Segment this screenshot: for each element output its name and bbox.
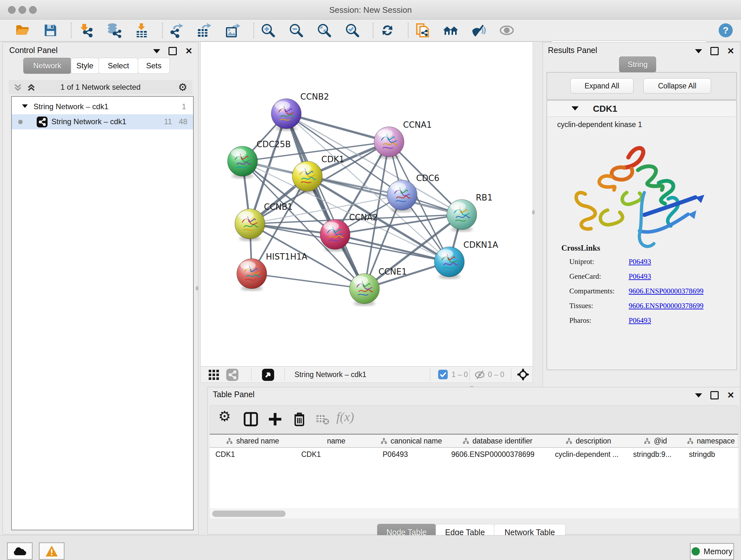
warnings-button[interactable] bbox=[39, 543, 64, 560]
column-header-canonical-name[interactable]: canonical name bbox=[377, 435, 446, 448]
float-panel-icon[interactable] bbox=[169, 47, 177, 55]
expand-all-button[interactable]: Expand All bbox=[570, 78, 633, 94]
tab-style[interactable]: Style bbox=[71, 58, 99, 74]
crosslink-row: Compartments:9606.ENSP00000378699 bbox=[569, 287, 732, 302]
open-session-button[interactable] bbox=[13, 22, 31, 39]
network-row-selected[interactable]: String Network – cdk1 11 48 bbox=[12, 114, 193, 129]
tab-network[interactable]: Network bbox=[23, 58, 71, 74]
tab-select[interactable]: Select bbox=[98, 58, 138, 74]
table-cell[interactable]: cyclin-dependent ... bbox=[549, 447, 627, 461]
scrollbar-thumb[interactable] bbox=[212, 510, 286, 517]
help-button[interactable]: ? bbox=[717, 22, 735, 39]
toolbar-separator bbox=[284, 368, 285, 381]
memory-button[interactable]: Memory bbox=[690, 543, 734, 560]
node-table[interactable]: shared nameCDK1nameCDK1canonical nameP06… bbox=[210, 434, 738, 514]
zoom-fit-icon bbox=[316, 23, 333, 38]
node-label-CDC6: CDC6 bbox=[416, 173, 440, 183]
table-horizontal-scrollbar[interactable] bbox=[210, 509, 738, 518]
gene-section-header[interactable]: CDK1 bbox=[548, 101, 735, 117]
delete-column-trash-icon[interactable] bbox=[291, 411, 308, 428]
panel-menu-icon[interactable] bbox=[695, 49, 702, 53]
import-network-file-button[interactable] bbox=[78, 22, 96, 39]
node-CDKN1A[interactable]: CDKN1A bbox=[434, 240, 498, 279]
hidden-eye-icon[interactable] bbox=[475, 369, 486, 380]
node-CCNA1[interactable]: CCNA1 bbox=[374, 120, 432, 159]
section-collapse-icon[interactable] bbox=[571, 106, 579, 111]
column-header-name[interactable]: name bbox=[295, 435, 377, 448]
network-canvas[interactable]: CCNB2CCNA1CDC25BCDK1CDC6RB1CCNB1CCNA2CDK… bbox=[200, 42, 533, 367]
column-header-@id[interactable]: @id bbox=[627, 435, 684, 448]
control-panel: Control Panel ✕ Network Style Select Set… bbox=[3, 42, 199, 535]
panel-menu-icon[interactable] bbox=[153, 49, 160, 53]
column-header-database-identifier[interactable]: database identifier bbox=[446, 435, 549, 448]
grid-view-icon[interactable] bbox=[208, 369, 219, 380]
network-collection-row[interactable]: String Network – cdk1 1 bbox=[12, 99, 193, 114]
share-view-icon[interactable] bbox=[226, 369, 239, 381]
crosslink-link[interactable]: 9606.ENSP00000378699 bbox=[629, 302, 704, 310]
close-panel-icon[interactable]: ✕ bbox=[727, 48, 734, 54]
crosslink-link[interactable]: P06493 bbox=[629, 272, 651, 281]
edge-HIST1H1A-CCNE1[interactable] bbox=[252, 273, 364, 289]
close-panel-icon[interactable]: ✕ bbox=[727, 392, 734, 398]
refresh-button[interactable] bbox=[379, 22, 396, 39]
collapse-all-button[interactable]: Collapse All bbox=[643, 78, 711, 94]
gear-icon[interactable]: ⚙ bbox=[178, 81, 187, 93]
crosslink-link[interactable]: 9606.ENSP00000378699 bbox=[629, 287, 704, 295]
column-header-namespace[interactable]: namespace bbox=[683, 435, 738, 448]
column-label: shared name bbox=[236, 437, 279, 445]
left-splitter-handle[interactable] bbox=[196, 286, 199, 291]
node-HIST1H1A[interactable]: HIST1H1A bbox=[237, 252, 307, 291]
close-panel-icon[interactable]: ✕ bbox=[185, 48, 192, 54]
table-settings-gear-icon[interactable]: ⚙ bbox=[218, 408, 235, 425]
add-column-icon[interactable] bbox=[267, 411, 283, 428]
node-CCNB2[interactable]: CCNB2 bbox=[271, 92, 329, 131]
float-panel-icon[interactable] bbox=[711, 47, 719, 55]
table-cell[interactable]: P06493 bbox=[377, 447, 446, 461]
tab-string[interactable]: String bbox=[619, 57, 656, 72]
node-gloss bbox=[239, 211, 254, 220]
tab-sets[interactable]: Sets bbox=[138, 58, 170, 74]
zoom-selected-button[interactable] bbox=[343, 22, 361, 39]
import-network-database-button[interactable] bbox=[105, 22, 123, 39]
node-RB1[interactable]: RB1 bbox=[447, 193, 492, 232]
node-CDK1[interactable]: CDK1 bbox=[292, 154, 344, 193]
table-cell[interactable]: stringdb:9... bbox=[627, 447, 683, 461]
string-home-button[interactable] bbox=[442, 22, 460, 39]
export-network-button[interactable] bbox=[168, 22, 186, 39]
memory-label: Memory bbox=[704, 547, 732, 556]
crosslink-link[interactable]: P06493 bbox=[629, 316, 651, 325]
toolbar-separator bbox=[469, 368, 470, 381]
hide-unhide-button[interactable] bbox=[470, 22, 488, 39]
save-session-button[interactable] bbox=[42, 22, 59, 39]
column-header-shared-name[interactable]: shared name bbox=[210, 435, 296, 448]
import-table-file-button[interactable] bbox=[133, 22, 151, 39]
zoom-out-button[interactable] bbox=[287, 22, 305, 39]
main-toolbar: ? bbox=[0, 19, 741, 42]
clone-network-button[interactable] bbox=[414, 22, 431, 39]
show-eye-button[interactable] bbox=[498, 22, 516, 39]
float-panel-icon[interactable] bbox=[711, 391, 719, 399]
birds-eye-view-icon[interactable] bbox=[262, 369, 274, 381]
selected-checkbox[interactable] bbox=[438, 370, 448, 379]
zoom-fit-button[interactable] bbox=[315, 22, 333, 39]
cloud-status-button[interactable] bbox=[7, 543, 32, 560]
column-header-description[interactable]: description bbox=[549, 435, 628, 448]
zoom-in-button[interactable] bbox=[259, 22, 277, 39]
crosslink-label: Pharos: bbox=[569, 316, 591, 324]
node-label-CCNE1: CCNE1 bbox=[379, 267, 407, 276]
table-cell[interactable]: CDK1 bbox=[210, 447, 295, 461]
function-builder-icon[interactable]: f(x) bbox=[336, 409, 372, 427]
export-image-button[interactable] bbox=[223, 22, 241, 39]
show-columns-icon[interactable] bbox=[243, 411, 259, 428]
fit-selected-crosshair-icon[interactable] bbox=[517, 368, 529, 381]
export-table-button[interactable] bbox=[195, 22, 213, 39]
table-cell[interactable]: stringdb bbox=[683, 447, 738, 461]
delete-table-icon[interactable] bbox=[315, 411, 329, 428]
crosslink-link[interactable]: P06493 bbox=[629, 258, 651, 266]
table-cell[interactable]: CDK1 bbox=[295, 447, 377, 461]
panel-menu-icon[interactable] bbox=[695, 393, 702, 397]
right-splitter-handle[interactable] bbox=[532, 210, 535, 214]
table-cell[interactable]: 9606.ENSP00000378699 bbox=[446, 447, 549, 461]
node-CCNB1[interactable]: CCNB1 bbox=[235, 202, 293, 241]
collection-expand-icon[interactable] bbox=[22, 105, 28, 108]
